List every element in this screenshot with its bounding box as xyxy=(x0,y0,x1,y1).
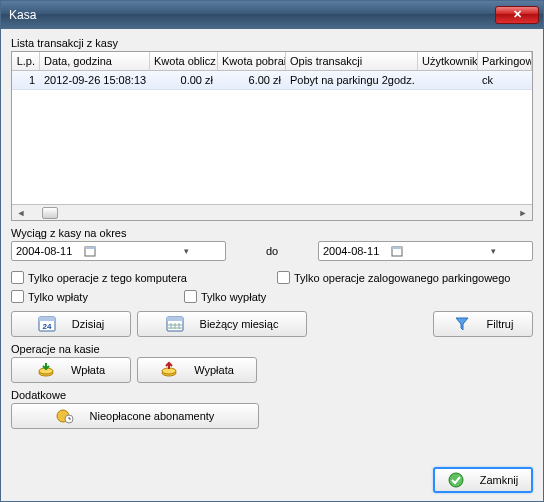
check-wyplaty[interactable]: Tylko wypłaty xyxy=(184,290,266,303)
check-label: Tylko wpłaty xyxy=(28,291,88,303)
unpaid-subs-button[interactable]: Nieopłacone abonamenty xyxy=(11,403,259,429)
cell-kwota2: 6.00 zł xyxy=(218,71,286,89)
calendar-month-icon xyxy=(166,315,184,333)
coins-out-icon xyxy=(160,361,178,379)
check-logged-park[interactable]: Tylko operacje zalogowanego parkingowego xyxy=(277,271,510,284)
withdraw-button[interactable]: Wypłata xyxy=(137,357,257,383)
scroll-left-icon[interactable]: ◄ xyxy=(14,207,28,219)
close-icon[interactable]: ✕ xyxy=(495,6,539,24)
cash-window: Kasa ✕ Lista transakcji z kasy L.p. Data… xyxy=(0,0,544,502)
ops-label: Operacje na kasie xyxy=(11,343,533,355)
cell-opis: Pobyt na parkingu 2godz. xyxy=(286,71,418,89)
button-label: Nieopłacone abonamenty xyxy=(90,410,215,422)
svg-rect-8 xyxy=(167,317,183,321)
cell-lp: 1 xyxy=(12,71,40,89)
col-user[interactable]: Użytkownik xyxy=(418,52,478,70)
svg-rect-3 xyxy=(392,247,402,249)
check-label: Tylko operacje zalogowanego parkingowego xyxy=(294,272,510,284)
button-label: Filtruj xyxy=(487,318,514,330)
today-button[interactable]: 24 Dzisiaj xyxy=(11,311,131,337)
range-label: Wyciąg z kasy na okres xyxy=(11,227,533,239)
check-label: Tylko operacje z tego komputera xyxy=(28,272,187,284)
svg-text:24: 24 xyxy=(42,322,51,331)
date-range-section: Wyciąg z kasy na okres 2004-08-11 ▾ do 2… xyxy=(11,227,533,261)
checkbox-icon xyxy=(184,290,197,303)
funnel-icon xyxy=(453,315,471,333)
check-this-pc[interactable]: Tylko operacje z tego komputera xyxy=(11,271,187,284)
checks-row-1: Tylko operacje z tego komputera Tylko op… xyxy=(11,271,533,284)
button-label: Wypłata xyxy=(194,364,234,376)
col-lp[interactable]: L.p. xyxy=(12,52,40,70)
grid-body: 1 2012-09-26 15:08:13 0.00 zł 6.00 zł Po… xyxy=(12,71,532,204)
button-label: Wpłata xyxy=(71,364,105,376)
button-label: Dzisiaj xyxy=(72,318,104,330)
table-row[interactable]: 1 2012-09-26 15:08:13 0.00 zł 6.00 zł Po… xyxy=(12,71,532,90)
date-from-value: 2004-08-11 xyxy=(16,245,84,257)
date-from-input[interactable]: 2004-08-11 ▾ xyxy=(11,241,226,261)
cell-park: ck xyxy=(478,71,532,89)
calendar-icon[interactable] xyxy=(391,245,459,257)
filter-buttons-row: 24 Dzisiaj Bieżący miesiąc Filtruj xyxy=(11,311,533,337)
check-wplaty[interactable]: Tylko wpłaty xyxy=(11,290,88,303)
button-label: Bieżący miesiąc xyxy=(200,318,279,330)
button-label: Zamknij xyxy=(480,474,519,486)
filter-button[interactable]: Filtruj xyxy=(433,311,533,337)
coins-in-icon xyxy=(37,361,55,379)
date-to-input[interactable]: 2004-08-11 ▾ xyxy=(318,241,533,261)
current-month-button[interactable]: Bieżący miesiąc xyxy=(137,311,307,337)
window-title: Kasa xyxy=(9,8,495,22)
calendar-day-icon: 24 xyxy=(38,315,56,333)
chevron-down-icon[interactable]: ▾ xyxy=(460,246,528,256)
svg-rect-1 xyxy=(85,247,95,249)
cell-user xyxy=(418,71,478,89)
transactions-label: Lista transakcji z kasy xyxy=(11,37,533,49)
titlebar: Kasa ✕ xyxy=(1,1,543,29)
close-button[interactable]: Zamknij xyxy=(433,467,533,493)
check-label: Tylko wypłaty xyxy=(201,291,266,303)
scroll-right-icon[interactable]: ► xyxy=(516,207,530,219)
extra-label: Dodatkowe xyxy=(11,389,533,401)
checkbox-icon xyxy=(277,271,290,284)
chevron-down-icon[interactable]: ▾ xyxy=(153,246,221,256)
svg-point-20 xyxy=(449,473,463,487)
bottom-bar: Zamknij xyxy=(1,463,543,501)
content-area: Lista transakcji z kasy L.p. Data, godzi… xyxy=(1,29,543,463)
horizontal-scrollbar[interactable]: ◄ ► xyxy=(12,204,532,220)
svg-rect-5 xyxy=(39,317,55,321)
scroll-thumb[interactable] xyxy=(42,207,58,219)
grid-header: L.p. Data, godzina Kwota oblicz Kwota po… xyxy=(12,52,532,71)
deposit-button[interactable]: Wpłata xyxy=(11,357,131,383)
check-circle-icon xyxy=(448,471,464,489)
cell-kwota1: 0.00 zł xyxy=(150,71,218,89)
cell-date: 2012-09-26 15:08:13 xyxy=(40,71,150,89)
checks-row-2: Tylko wpłaty Tylko wypłaty xyxy=(11,290,533,303)
to-label: do xyxy=(232,245,312,257)
extra-section: Dodatkowe Nieopłacone abonamenty xyxy=(11,389,533,429)
transactions-section: Lista transakcji z kasy L.p. Data, godzi… xyxy=(11,37,533,221)
col-parkingowy[interactable]: Parkingowy xyxy=(478,52,532,70)
col-date[interactable]: Data, godzina xyxy=(40,52,150,70)
col-kwota-pobr[interactable]: Kwota pobrai xyxy=(218,52,286,70)
checkbox-icon xyxy=(11,271,24,284)
calendar-icon[interactable] xyxy=(84,245,152,257)
money-clock-icon xyxy=(56,407,74,425)
col-opis[interactable]: Opis transakcji xyxy=(286,52,418,70)
date-to-value: 2004-08-11 xyxy=(323,245,391,257)
checkbox-icon xyxy=(11,290,24,303)
cash-ops-section: Operacje na kasie Wpłata Wypłata xyxy=(11,343,533,383)
transactions-grid[interactable]: L.p. Data, godzina Kwota oblicz Kwota po… xyxy=(11,51,533,221)
col-kwota-oblicz[interactable]: Kwota oblicz xyxy=(150,52,218,70)
